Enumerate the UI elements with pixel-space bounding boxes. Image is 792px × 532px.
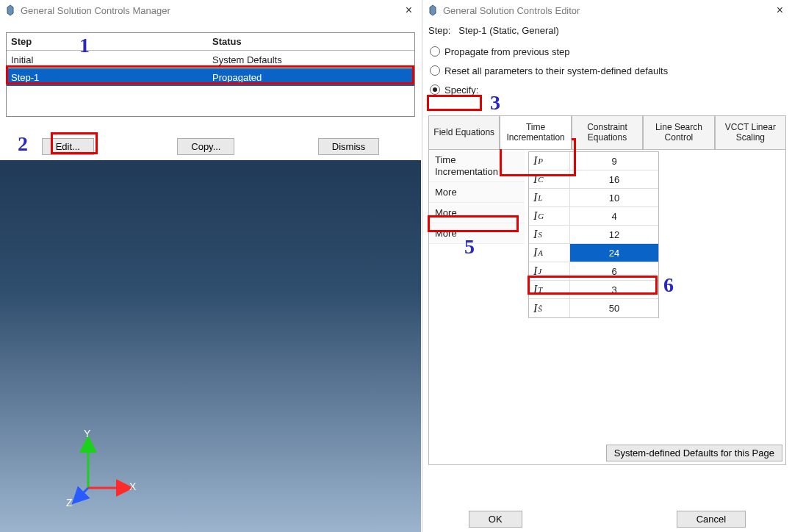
param-row[interactable]: IA24 bbox=[529, 244, 658, 262]
tab-line-search[interactable]: Line Search Control bbox=[643, 115, 714, 149]
radio-icon bbox=[430, 85, 440, 95]
param-value[interactable]: 3 bbox=[570, 281, 658, 298]
editor-title-text: General Solution Controls Editor bbox=[443, 5, 772, 16]
steps-table: Step Status Initial System Defaults Step… bbox=[6, 32, 415, 117]
axes-gizmo: Y X Z bbox=[66, 429, 147, 510]
axis-z-label: Z bbox=[66, 497, 73, 508]
param-value[interactable]: 50 bbox=[570, 299, 658, 317]
manager-window: General Solution Controls Manager × Step… bbox=[0, 0, 421, 532]
tab-page: Time Incrementation More More More IP9IC… bbox=[428, 149, 786, 465]
param-value[interactable]: 12 bbox=[570, 226, 658, 243]
ok-button[interactable]: OK bbox=[469, 511, 522, 528]
manager-titlebar[interactable]: General Solution Controls Manager × bbox=[0, 0, 421, 21]
table-row[interactable]: Initial System Defaults bbox=[7, 51, 414, 68]
step-label: Step: bbox=[428, 25, 450, 36]
param-row[interactable]: IT3 bbox=[529, 281, 658, 299]
radio-icon bbox=[430, 46, 440, 57]
axis-y-label: Y bbox=[84, 428, 90, 439]
svg-marker-0 bbox=[7, 5, 13, 15]
param-symbol: IJ bbox=[529, 262, 570, 280]
param-value[interactable]: 4 bbox=[570, 207, 658, 225]
param-value[interactable]: 6 bbox=[570, 262, 658, 280]
param-value[interactable]: 16 bbox=[570, 170, 658, 188]
tab-field-equations[interactable]: Field Equations bbox=[428, 115, 500, 149]
param-symbol: IS bbox=[529, 226, 570, 243]
param-row[interactable]: IJ6 bbox=[529, 262, 658, 281]
cancel-button[interactable]: Cancel bbox=[677, 511, 746, 528]
param-row[interactable]: IG4 bbox=[529, 207, 658, 226]
system-defaults-button[interactable]: System-defined Defaults for this Page bbox=[606, 445, 782, 461]
param-row[interactable]: IL10 bbox=[529, 189, 658, 207]
radio-reset[interactable]: Reset all parameters to their system-def… bbox=[430, 61, 785, 80]
param-row[interactable]: IS12 bbox=[529, 226, 658, 244]
app-icon bbox=[4, 4, 16, 16]
tab-vcct-scaling[interactable]: VCCT Linear Scaling bbox=[715, 115, 786, 149]
col-status: Status bbox=[212, 36, 414, 47]
editor-titlebar[interactable]: General Solution Controls Editor × bbox=[422, 0, 792, 21]
param-row[interactable]: IC16 bbox=[529, 170, 658, 189]
param-row[interactable]: IP9 bbox=[529, 152, 658, 170]
sidelist-time-inc[interactable]: Time Incrementation bbox=[429, 150, 525, 182]
copy-button[interactable]: Copy... bbox=[177, 138, 234, 155]
param-symbol: IG bbox=[529, 207, 570, 225]
param-row[interactable]: IŜ50 bbox=[529, 299, 658, 317]
param-value[interactable]: 10 bbox=[570, 189, 658, 206]
close-icon[interactable]: × bbox=[401, 4, 417, 17]
sidelist-more-3[interactable]: More bbox=[429, 223, 525, 244]
tab-constraint-equations[interactable]: Constraint Equations bbox=[572, 115, 643, 149]
radio-specify[interactable]: Specify: bbox=[430, 80, 785, 99]
dismiss-button[interactable]: Dismiss bbox=[318, 138, 380, 155]
close-icon[interactable]: × bbox=[772, 4, 788, 17]
step-line: Step: Step-1 (Static, General) bbox=[422, 21, 792, 40]
manager-title-text: General Solution Controls Manager bbox=[21, 5, 401, 16]
viewport-3d[interactable]: Y X Z bbox=[0, 160, 421, 532]
axis-x-label: X bbox=[129, 481, 136, 492]
ok-cancel: OK Cancel bbox=[422, 511, 792, 528]
param-symbol: IC bbox=[529, 170, 570, 188]
step-value: Step-1 (Static, General) bbox=[458, 25, 559, 36]
param-symbol: IL bbox=[529, 189, 570, 206]
svg-marker-4 bbox=[430, 5, 436, 15]
param-symbol: IT bbox=[529, 281, 570, 298]
app-icon bbox=[427, 4, 439, 16]
param-symbol: IA bbox=[529, 244, 570, 262]
editor-window: General Solution Controls Editor × Step:… bbox=[422, 0, 792, 532]
manager-buttons: Edit... Copy... Dismiss bbox=[0, 135, 421, 157]
sidelist: Time Incrementation More More More bbox=[429, 150, 525, 244]
radio-propagate[interactable]: Propagate from previous step bbox=[430, 42, 785, 61]
radio-icon bbox=[430, 65, 440, 76]
param-symbol: IŜ bbox=[529, 299, 570, 317]
table-row[interactable]: Step-1 Propagated bbox=[7, 68, 414, 86]
radio-group: Propagate from previous step Reset all p… bbox=[422, 40, 792, 101]
param-value[interactable]: 24 bbox=[570, 244, 658, 262]
svg-line-3 bbox=[78, 488, 88, 498]
param-value[interactable]: 9 bbox=[570, 152, 658, 170]
param-symbol: IP bbox=[529, 152, 570, 170]
col-step: Step bbox=[7, 36, 212, 47]
sidelist-more-2[interactable]: More bbox=[429, 203, 525, 223]
sidelist-more-1[interactable]: More bbox=[429, 182, 525, 203]
tab-time-incrementation[interactable]: Time Incrementation bbox=[500, 115, 571, 149]
param-table: IP9IC16IL10IG4IS12IA24IJ6IT3IŜ50 bbox=[528, 151, 659, 318]
edit-button[interactable]: Edit... bbox=[42, 138, 94, 155]
table-header: Step Status bbox=[7, 33, 414, 51]
tabs: Field Equations Time Incrementation Cons… bbox=[428, 115, 786, 149]
